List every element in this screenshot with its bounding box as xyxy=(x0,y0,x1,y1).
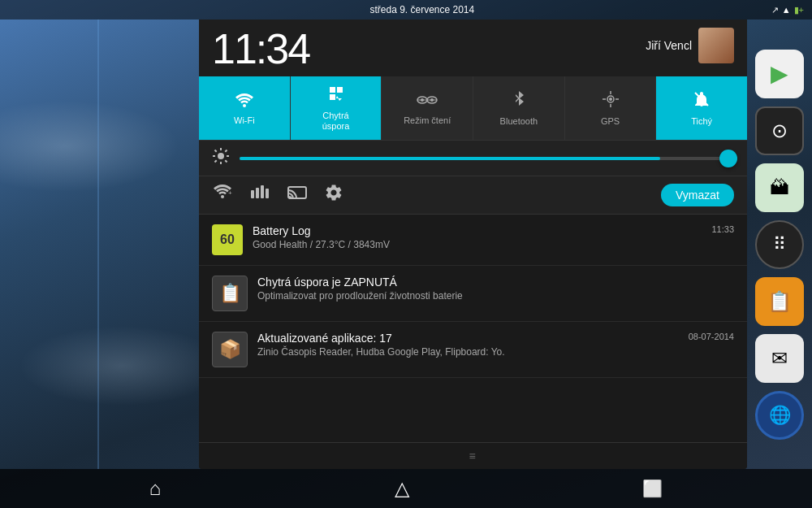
reading-label: Režim čtení xyxy=(404,115,451,126)
gps-icon xyxy=(602,90,620,113)
toggle-silent[interactable]: Tichý xyxy=(656,76,747,140)
dock-apps[interactable]: ⠿ xyxy=(755,220,804,269)
battery-log-badge: 60 xyxy=(212,224,243,255)
dock-gallery[interactable]: 🏔 xyxy=(755,163,804,212)
notification-panel: 11:34 Jiří Vencl Wi-Fi xyxy=(199,20,747,469)
sound-settings-icon[interactable] xyxy=(249,184,270,206)
notif-battery-title: Battery Log xyxy=(253,224,702,237)
svg-point-22 xyxy=(221,195,224,198)
user-avatar[interactable] xyxy=(698,28,734,63)
reading-icon xyxy=(417,91,438,112)
cast-icon[interactable] xyxy=(287,184,308,206)
toggle-bluetooth[interactable]: Bluetooth xyxy=(473,76,565,140)
dock-camera[interactable]: ⊙ xyxy=(755,106,804,155)
toggle-reading[interactable]: Režim čtení xyxy=(382,76,473,140)
wifi-status-icon: ▲ xyxy=(782,5,791,15)
quick-actions: + Vymazat xyxy=(199,176,747,215)
brightness-icon xyxy=(212,147,230,169)
smart-save-icon-wrap: 📋 xyxy=(212,276,248,311)
toggle-wifi[interactable]: Wi-Fi xyxy=(199,76,291,140)
settings-icon[interactable] xyxy=(324,183,343,207)
svg-line-21 xyxy=(215,161,217,163)
svg-point-0 xyxy=(243,104,246,107)
silent-icon xyxy=(693,90,710,113)
signal-decoration xyxy=(97,20,99,469)
svg-rect-27 xyxy=(266,189,269,198)
signal-icon: ↗ xyxy=(771,5,779,15)
app-update-icon-wrap: 📦 xyxy=(212,332,248,367)
svg-line-19 xyxy=(225,161,227,163)
notif-battery-sub: Good Health / 27.3°C / 3843mV xyxy=(253,239,702,250)
svg-text:+: + xyxy=(228,189,232,197)
brightness-fill xyxy=(240,157,660,160)
status-icons: ↗ ▲ ▮+ xyxy=(771,5,804,15)
brightness-row xyxy=(199,141,747,176)
svg-line-18 xyxy=(215,150,217,152)
nav-back[interactable]: ⌂ xyxy=(133,471,178,506)
dock-mail[interactable]: ✉ xyxy=(755,334,804,383)
panel-handle: ≡ xyxy=(199,442,747,469)
notif-battery-content: Battery Log Good Health / 27.3°C / 3843m… xyxy=(253,224,702,250)
silent-label: Tichý xyxy=(691,116,712,127)
nav-bar: ⌂ △ ⬜ xyxy=(0,469,812,508)
smart-icon xyxy=(327,85,345,107)
status-bar-date: středa 9. července 2014 xyxy=(73,4,771,15)
dock-play-store[interactable]: ▶ xyxy=(755,50,804,98)
notification-smart-save[interactable]: 📋 Chytrá úspora je ZAPNUTÁ Optimalizovat… xyxy=(199,266,747,322)
panel-time: 11:34 xyxy=(212,28,309,70)
toggle-smart[interactable]: Chytráúspora xyxy=(291,76,382,140)
nav-home[interactable]: △ xyxy=(378,471,425,506)
smart-label: Chytráúspora xyxy=(322,111,350,132)
svg-line-20 xyxy=(225,150,227,152)
battery-icon: ▮+ xyxy=(794,5,804,15)
svg-rect-25 xyxy=(256,188,259,198)
wifi-settings-icon[interactable]: + xyxy=(212,184,233,206)
notification-app-update[interactable]: 📦 Aktualizované aplikace: 17 Zinio Časop… xyxy=(199,322,747,378)
quick-toggles: Wi-Fi Chytráúspora Režim čte xyxy=(199,76,747,141)
notif-update-title: Aktualizované aplikace: 17 xyxy=(257,332,679,345)
gps-label: GPS xyxy=(601,116,620,127)
bluetooth-icon xyxy=(512,90,526,113)
dock-notes[interactable]: 📋 xyxy=(755,277,804,326)
notif-update-content: Aktualizované aplikace: 17 Zinio Časopis… xyxy=(257,332,679,358)
right-dock: ▶ ⊙ 🏔 ⠿ 📋 ✉ 🌐 xyxy=(747,20,812,469)
notification-battery-log[interactable]: 60 Battery Log Good Health / 27.3°C / 38… xyxy=(199,215,747,266)
app-update-icon: 📦 xyxy=(219,339,241,360)
notif-smart-sub: Optimalizovat pro prodloužení životnosti… xyxy=(257,290,734,302)
svg-rect-24 xyxy=(251,190,254,198)
wifi-label: Wi-Fi xyxy=(234,115,255,126)
user-name: Jiří Vencl xyxy=(646,39,692,52)
left-wallpaper-area xyxy=(0,20,199,469)
panel-user: Jiří Vencl xyxy=(646,28,734,63)
brightness-slider[interactable] xyxy=(240,157,734,160)
bluetooth-label: Bluetooth xyxy=(500,116,538,127)
dock-browser[interactable]: 🌐 xyxy=(755,391,804,440)
handle-icon: ≡ xyxy=(469,449,477,462)
wifi-icon xyxy=(235,91,254,112)
notifications-list: 60 Battery Log Good Health / 27.3°C / 38… xyxy=(199,215,747,442)
toggle-gps[interactable]: GPS xyxy=(565,76,657,140)
panel-header: 11:34 Jiří Vencl xyxy=(199,20,747,76)
notif-update-sub: Zinio Časopis Reader, Hudba Google Play,… xyxy=(257,346,679,358)
brightness-thumb xyxy=(719,150,737,167)
notif-battery-time: 11:33 xyxy=(711,224,734,234)
smart-save-icon: 📋 xyxy=(219,283,241,304)
svg-point-11 xyxy=(609,98,612,101)
svg-rect-26 xyxy=(261,185,264,198)
svg-point-13 xyxy=(218,153,224,159)
status-bar: středa 9. července 2014 ↗ ▲ ▮+ xyxy=(0,0,812,20)
clear-button[interactable]: Vymazat xyxy=(661,184,734,206)
notif-smart-title: Chytrá úspora je ZAPNUTÁ xyxy=(257,276,734,289)
nav-recents[interactable]: ⬜ xyxy=(626,472,679,505)
notif-update-time: 08-07-2014 xyxy=(689,332,734,341)
notif-smart-content: Chytrá úspora je ZAPNUTÁ Optimalizovat p… xyxy=(257,276,734,302)
